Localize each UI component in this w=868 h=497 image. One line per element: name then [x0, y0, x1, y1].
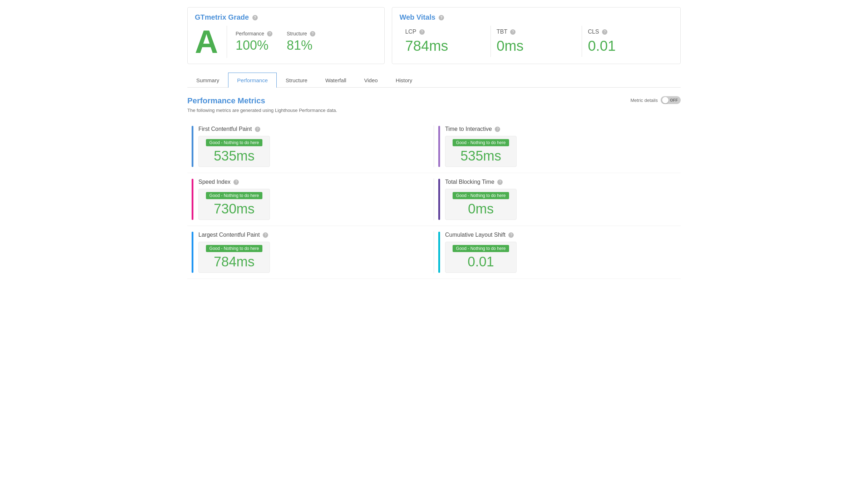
grade-title-text: GTmetrix Grade [195, 13, 249, 21]
metric-badge-tti: Good - Nothing to do here [453, 139, 509, 146]
vitals-card: Web Vitals ? LCP ? 784ms TBT ? 0ms [392, 7, 681, 64]
metrics-columns: First Contentful Paint ? Good - Nothing … [187, 120, 681, 279]
metric-badge-cls: Good - Nothing to do here [453, 245, 509, 252]
metric-toggle: Metric details OFF [630, 96, 681, 104]
lcp-help-icon[interactable]: ? [263, 232, 268, 238]
metric-value-si: 730ms [204, 201, 264, 217]
metric-value-fcp: 535ms [204, 148, 264, 164]
metric-item-fcp: First Contentful Paint ? Good - Nothing … [187, 120, 434, 173]
metric-info-si: Speed Index ? Good - Nothing to do here … [198, 179, 430, 220]
tab-structure[interactable]: Structure [277, 73, 316, 88]
metric-value-cls: 0.01 [451, 254, 511, 270]
metric-bar-lcp [192, 232, 193, 273]
grade-help-icon[interactable]: ? [252, 15, 258, 20]
metric-bar-si [192, 179, 193, 220]
metric-badge-tbt: Good - Nothing to do here [453, 192, 509, 199]
metric-label-fcp: First Contentful Paint ? [198, 126, 430, 132]
metric-label-cls: Cumulative Layout Shift ? [445, 232, 676, 238]
perf-subtitle: The following metrics are generated usin… [187, 108, 337, 113]
metric-value-lcp: 784ms [204, 254, 264, 270]
metric-bar-fcp [192, 126, 193, 167]
tab-summary[interactable]: Summary [187, 73, 228, 88]
lcp-help-icon[interactable]: ? [419, 29, 425, 35]
lcp-value: 784ms [405, 38, 485, 54]
grade-inner: A Performance ? 100% Structure ? [195, 26, 377, 58]
metric-info-tbt: Total Blocking Time ? Good - Nothing to … [445, 179, 676, 220]
metric-badge-si: Good - Nothing to do here [206, 192, 263, 199]
tti-help-icon[interactable]: ? [495, 127, 500, 132]
tbt-vital: TBT ? 0ms [491, 26, 582, 57]
metric-item-tti: Time to Interactive ? Good - Nothing to … [434, 120, 681, 173]
metric-badge-fcp: Good - Nothing to do here [206, 139, 263, 146]
metric-info-fcp: First Contentful Paint ? Good - Nothing … [198, 126, 430, 167]
metric-label-lcp: Largest Contentful Paint ? [198, 232, 430, 238]
tbt-label: TBT ? [497, 29, 576, 35]
metric-info-tti: Time to Interactive ? Good - Nothing to … [445, 126, 676, 167]
grade-title: GTmetrix Grade ? [195, 13, 377, 21]
tabs-section: SummaryPerformanceStructureWaterfallVide… [187, 73, 681, 88]
structure-help-icon[interactable]: ? [310, 31, 315, 36]
metric-bar-cls [438, 232, 440, 273]
metric-label-tti: Time to Interactive ? [445, 126, 676, 132]
tbt-help-icon[interactable]: ? [510, 29, 516, 35]
cls-vital: CLS ? 0.01 [582, 26, 673, 57]
tab-history[interactable]: History [387, 73, 421, 88]
structure-metric: Structure ? 81% [287, 31, 315, 53]
perf-header-left: Performance Metrics The following metric… [187, 96, 337, 113]
metric-label-tbt: Total Blocking Time ? [445, 179, 676, 185]
cls-help-icon[interactable]: ? [508, 232, 514, 238]
performance-content: Performance Metrics The following metric… [187, 96, 681, 279]
metric-bar-tbt [438, 179, 440, 220]
grade-letter: A [195, 26, 227, 58]
metric-details-label: Metric details [630, 98, 658, 103]
vitals-title-text: Web Vitals [399, 13, 435, 21]
top-section: GTmetrix Grade ? A Performance ? 100% [187, 7, 681, 64]
performance-label: Performance ? [236, 31, 272, 37]
toggle-state: OFF [670, 98, 679, 102]
si-help-icon[interactable]: ? [233, 179, 239, 185]
vitals-inner: LCP ? 784ms TBT ? 0ms CLS ? [399, 26, 673, 57]
tbt-value: 0ms [497, 38, 576, 54]
metric-badge-lcp: Good - Nothing to do here [206, 245, 263, 252]
cls-value: 0.01 [588, 38, 667, 54]
metric-item-tbt: Total Blocking Time ? Good - Nothing to … [434, 173, 681, 226]
perf-header: Performance Metrics The following metric… [187, 96, 681, 113]
metric-info-lcp: Largest Contentful Paint ? Good - Nothin… [198, 232, 430, 273]
tab-waterfall[interactable]: Waterfall [316, 73, 355, 88]
cls-label: CLS ? [588, 29, 667, 35]
perf-title: Performance Metrics [187, 96, 337, 105]
metric-value-tbt: 0ms [451, 201, 511, 217]
structure-label: Structure ? [287, 31, 315, 37]
toggle-knob [662, 97, 669, 103]
vitals-help-icon[interactable]: ? [439, 15, 444, 20]
metric-label-si: Speed Index ? [198, 179, 430, 185]
metric-bar-tti [438, 126, 440, 167]
lcp-vital: LCP ? 784ms [399, 26, 491, 57]
metric-info-cls: Cumulative Layout Shift ? Good - Nothing… [445, 232, 676, 273]
grade-metrics: Performance ? 100% Structure ? 81% [236, 31, 315, 53]
lcp-label: LCP ? [405, 29, 485, 35]
tab-video[interactable]: Video [355, 73, 387, 88]
grade-card: GTmetrix Grade ? A Performance ? 100% [187, 7, 385, 64]
tbt-help-icon[interactable]: ? [497, 179, 503, 185]
metric-item-cls: Cumulative Layout Shift ? Good - Nothing… [434, 226, 681, 279]
performance-metric: Performance ? 100% [236, 31, 272, 53]
tab-performance[interactable]: Performance [228, 73, 277, 88]
tabs-list: SummaryPerformanceStructureWaterfallVide… [187, 73, 681, 87]
metric-item-lcp: Largest Contentful Paint ? Good - Nothin… [187, 226, 434, 279]
page-wrapper: GTmetrix Grade ? A Performance ? 100% [179, 0, 689, 286]
cls-help-icon[interactable]: ? [602, 29, 607, 35]
metric-item-si: Speed Index ? Good - Nothing to do here … [187, 173, 434, 226]
vitals-title: Web Vitals ? [399, 13, 673, 21]
metric-value-tti: 535ms [451, 148, 511, 164]
structure-value: 81% [287, 38, 315, 53]
performance-help-icon[interactable]: ? [267, 31, 272, 36]
performance-value: 100% [236, 38, 272, 53]
fcp-help-icon[interactable]: ? [255, 127, 260, 132]
toggle-switch[interactable]: OFF [661, 96, 681, 104]
